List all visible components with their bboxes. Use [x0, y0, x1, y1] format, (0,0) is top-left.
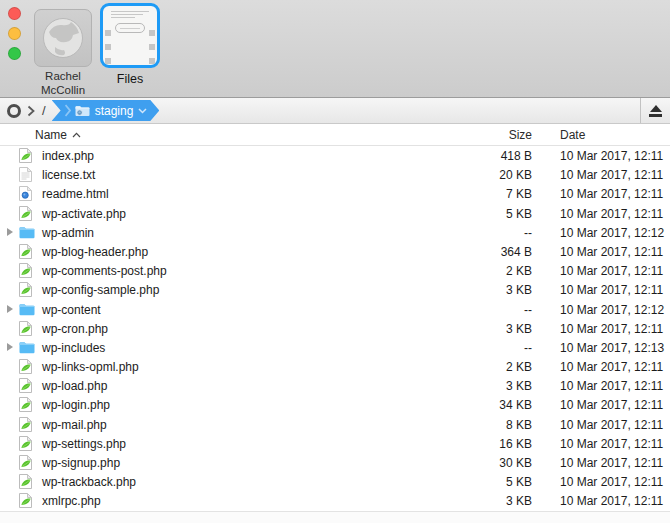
close-button[interactable]: [8, 7, 21, 20]
file-row-wp-links-opml.php[interactable]: wp-links-opml.php 2 KB 10 Mar 2017, 12:1…: [0, 357, 670, 376]
file-type-icon: [19, 244, 35, 259]
file-type-icon: [19, 340, 35, 355]
file-size: --: [524, 341, 532, 355]
file-row-wp-settings.php[interactable]: wp-settings.php 16 KB 10 Mar 2017, 12:11: [0, 434, 670, 453]
php-file-icon: [19, 493, 32, 508]
file-size: 3 KB: [506, 283, 532, 297]
file-row-wp-includes[interactable]: wp-includes -- 10 Mar 2017, 12:13: [0, 338, 670, 357]
file-row-wp-login.php[interactable]: wp-login.php 34 KB 10 Mar 2017, 12:11: [0, 395, 670, 414]
file-name: wp-links-opml.php: [42, 360, 139, 374]
file-size: 418 B: [501, 149, 532, 163]
crumb-separator-icon: [65, 104, 71, 117]
disclosure-triangle-icon[interactable]: [7, 228, 13, 236]
file-type-icon: [19, 148, 35, 163]
file-type-icon: [19, 167, 35, 182]
column-header-name[interactable]: Name: [35, 128, 81, 142]
column-name-label: Name: [35, 128, 67, 142]
path-bar: / staging: [0, 97, 670, 124]
file-size: 8 KB: [506, 418, 532, 432]
file-size: 30 KB: [499, 456, 532, 470]
file-type-icon: [19, 436, 35, 451]
file-date: 10 Mar 2017, 12:11: [560, 456, 663, 470]
breadcrumb-current-folder[interactable]: staging: [52, 100, 160, 121]
file-size: 5 KB: [506, 207, 532, 221]
minimize-button[interactable]: [8, 27, 21, 40]
file-name: license.txt: [42, 168, 95, 182]
file-size: 2 KB: [506, 360, 532, 374]
sort-ascending-icon: [72, 132, 81, 138]
file-size: 5 KB: [506, 475, 532, 489]
history-ring-icon[interactable]: [7, 104, 21, 118]
file-name: wp-cron.php: [42, 322, 108, 336]
file-size: 34 KB: [499, 398, 532, 412]
file-name: wp-comments-post.php: [42, 264, 167, 278]
file-row-readme.html[interactable]: readme.html 7 KB 10 Mar 2017, 12:11: [0, 184, 670, 203]
php-file-icon: [19, 282, 32, 297]
folder-badge-icon: [75, 105, 90, 117]
file-row-wp-content[interactable]: wp-content -- 10 Mar 2017, 12:12: [0, 300, 670, 319]
file-type-icon: [19, 359, 35, 374]
file-date: 10 Mar 2017, 12:11: [560, 398, 663, 412]
folder-icon: [19, 303, 35, 316]
file-name: wp-trackback.php: [42, 475, 136, 489]
file-type-icon: [19, 302, 35, 317]
file-name: wp-load.php: [42, 379, 107, 393]
breadcrumb-root[interactable]: /: [42, 103, 46, 118]
tab-files[interactable]: Files: [97, 3, 163, 87]
file-row-wp-comments-post.php[interactable]: wp-comments-post.php 2 KB 10 Mar 2017, 1…: [0, 261, 670, 280]
file-type-icon: [19, 263, 35, 278]
file-row-wp-cron.php[interactable]: wp-cron.php 3 KB 10 Mar 2017, 12:11: [0, 319, 670, 338]
file-date: 10 Mar 2017, 12:12: [560, 226, 664, 240]
php-file-icon: [19, 417, 32, 432]
breadcrumb-folder-label: staging: [94, 104, 135, 118]
file-browser-icon: [100, 3, 160, 68]
file-date: 10 Mar 2017, 12:11: [560, 437, 663, 451]
disclosure-triangle-icon[interactable]: [7, 305, 13, 313]
tab-server-rachel-mccollin[interactable]: Rachel McCollin: [30, 9, 96, 97]
file-size: 3 KB: [506, 494, 532, 508]
file-date: 10 Mar 2017, 12:11: [560, 187, 663, 201]
file-type-icon: [19, 417, 35, 432]
file-row-license.txt[interactable]: license.txt 20 KB 10 Mar 2017, 12:11: [0, 165, 670, 184]
php-file-icon: [19, 206, 32, 221]
zoom-button[interactable]: [8, 47, 21, 60]
file-date: 10 Mar 2017, 12:11: [560, 264, 663, 278]
file-date: 10 Mar 2017, 12:13: [560, 341, 664, 355]
chevron-down-icon: [138, 108, 147, 114]
file-name: wp-mail.php: [42, 418, 107, 432]
column-header-date[interactable]: Date: [560, 128, 585, 142]
file-name: wp-content: [42, 303, 101, 317]
file-row-wp-blog-header.php[interactable]: wp-blog-header.php 364 B 10 Mar 2017, 12…: [0, 242, 670, 261]
file-type-icon: [19, 206, 35, 221]
chevron-right-icon: [27, 105, 35, 117]
php-file-icon: [19, 263, 32, 278]
file-type-icon: [19, 186, 35, 201]
file-row-wp-signup.php[interactable]: wp-signup.php 30 KB 10 Mar 2017, 12:11: [0, 453, 670, 472]
file-row-xmlrpc.php[interactable]: xmlrpc.php 3 KB 10 Mar 2017, 12:11: [0, 491, 670, 510]
eject-icon: [650, 105, 662, 112]
file-size: 3 KB: [506, 379, 532, 393]
tab-server-label: Rachel McCollin: [30, 70, 96, 97]
column-headers: Name Size Date: [0, 124, 670, 146]
file-date: 10 Mar 2017, 12:11: [560, 207, 663, 221]
php-file-icon: [19, 148, 32, 163]
file-type-icon: [19, 282, 35, 297]
file-type-icon: [19, 474, 35, 489]
file-row-wp-activate.php[interactable]: wp-activate.php 5 KB 10 Mar 2017, 12:11: [0, 204, 670, 223]
file-row-wp-trackback.php[interactable]: wp-trackback.php 5 KB 10 Mar 2017, 12:11: [0, 472, 670, 491]
file-row-index.php[interactable]: index.php 418 B 10 Mar 2017, 12:11: [0, 146, 670, 165]
file-row-wp-mail.php[interactable]: wp-mail.php 8 KB 10 Mar 2017, 12:11: [0, 415, 670, 434]
file-name: wp-login.php: [42, 398, 110, 412]
eject-button[interactable]: [641, 104, 670, 117]
php-file-icon: [19, 455, 32, 470]
column-header-size[interactable]: Size: [509, 128, 532, 142]
file-row-wp-admin[interactable]: wp-admin -- 10 Mar 2017, 12:12: [0, 223, 670, 242]
tab-files-label: Files: [97, 72, 163, 87]
file-row-wp-config-sample.php[interactable]: wp-config-sample.php 3 KB 10 Mar 2017, 1…: [0, 280, 670, 299]
html-file-icon: [19, 186, 32, 201]
file-row-wp-load.php[interactable]: wp-load.php 3 KB 10 Mar 2017, 12:11: [0, 376, 670, 395]
file-name: wp-signup.php: [42, 456, 120, 470]
disclosure-triangle-icon[interactable]: [7, 343, 13, 351]
file-date: 10 Mar 2017, 12:11: [560, 168, 663, 182]
file-name: wp-activate.php: [42, 207, 126, 221]
